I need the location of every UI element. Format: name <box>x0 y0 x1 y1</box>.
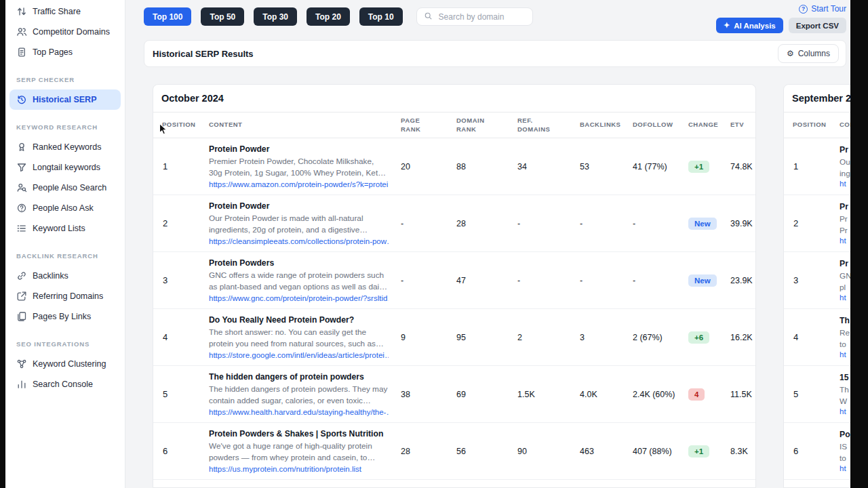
sidebar-item-keyword-lists[interactable]: Keyword Lists <box>9 218 121 239</box>
filter-top-50-button[interactable]: Top 50 <box>201 7 244 26</box>
sidebar-item-ranked-keywords[interactable]: Ranked Keywords <box>9 137 121 157</box>
position-cell: 3 <box>784 275 833 285</box>
page-rank-cell: 20 <box>394 162 450 171</box>
etv-cell: 23.9K <box>724 276 756 285</box>
sidebar-item-keyword-clustering[interactable]: Keyword Clustering <box>9 354 121 374</box>
result-url-link[interactable]: ht <box>840 350 850 359</box>
table-row[interactable]: 3 Pr GN pl ht <box>784 252 850 309</box>
filter-top-20-button[interactable]: Top 20 <box>307 7 350 26</box>
sidebar-item-label: Referring Domains <box>33 291 103 301</box>
table-row[interactable]: 1 Pr Ou ing ht <box>784 138 850 195</box>
result-description: Premier Protein Powder, Chocolate Milksh… <box>209 156 389 178</box>
table-column-headers: POSITION CONTENT PAGE RANK DOMAIN RANK R… <box>153 113 755 138</box>
result-url-link[interactable]: ht <box>840 464 850 472</box>
table-row[interactable]: 3 Protein Powders GNC offers a wide rang… <box>153 252 755 309</box>
result-url-link[interactable]: https://store.google.com/intl/en/ideas/a… <box>209 351 389 359</box>
result-url-link[interactable]: ht <box>840 407 850 415</box>
result-description: IS <box>840 441 850 452</box>
sidebar-item-backlinks[interactable]: Backlinks <box>9 266 121 286</box>
result-title: Pr <box>840 145 850 155</box>
table-row[interactable]: 5 The hidden dangers of protein powders … <box>153 366 755 423</box>
sidebar-item-people-also-search[interactable]: People Also Search <box>9 178 121 198</box>
sidebar-item-traffic-share[interactable]: Traffic Share <box>9 1 121 22</box>
change-badge: New <box>688 218 717 230</box>
content-cell: Protein Powders GNC offers a wide range … <box>202 258 394 302</box>
column-header-position[interactable]: POSITION <box>153 121 202 129</box>
table-row[interactable]: 2 Pr Pr Pr ht <box>784 195 850 252</box>
domain-search-box[interactable] <box>416 7 533 26</box>
result-url-link[interactable]: ht <box>840 180 850 188</box>
export-csv-button[interactable]: Export CSV <box>789 18 846 33</box>
table-row[interactable]: 5 15 Th W ht <box>784 366 850 423</box>
sidebar-item-top-pages[interactable]: Top Pages <box>9 42 121 62</box>
result-url-link[interactable]: ht <box>840 237 850 245</box>
sidebar-item-referring-domains[interactable]: Referring Domains <box>9 286 121 306</box>
column-header-content[interactable]: CONTENT <box>202 121 394 129</box>
column-header-etv[interactable]: ETV <box>724 121 756 129</box>
result-url-link[interactable]: https://www.amazon.com/protein-powder/s?… <box>209 180 389 188</box>
column-header-change[interactable]: CHANGE <box>682 121 724 129</box>
sidebar-item-competitor-domains[interactable]: Competitor Domains <box>9 22 121 42</box>
column-header-content[interactable]: CONTENT <box>833 121 850 129</box>
result-description: The short answer: no. You can easily get… <box>209 327 389 349</box>
sidebar-item-pages-by-links[interactable]: Pages By Links <box>9 306 121 327</box>
result-title: 15 <box>840 373 850 382</box>
table-row[interactable]: 1 Protein Powder Premier Protein Powder,… <box>153 138 755 195</box>
app-window: Traffic Share Competitor Domains Top Pag… <box>5 0 850 488</box>
result-url-link[interactable]: https://www.gnc.com/protein/protein-powd… <box>209 294 389 302</box>
sidebar-section-backlink-research: BACKLINK RESEARCH <box>9 252 121 260</box>
result-url-link[interactable]: ht <box>840 293 850 302</box>
toolbar-action-buttons: ✦ AI Analysis Export CSV <box>716 18 846 33</box>
result-url-link[interactable]: https://us.myprotein.com/nutrition/prote… <box>209 465 389 473</box>
top-toolbar: Top 100 Top 50 Top 30 Top 20 Top 10 ? St… <box>144 0 850 33</box>
table-row[interactable]: 4 Do You Really Need Protein Powder? The… <box>153 309 755 366</box>
column-header-backlinks[interactable]: BACKLINKS <box>573 121 626 129</box>
column-header-dofollow[interactable]: DOFOLLOW <box>626 121 682 129</box>
stacked-pages-icon <box>16 311 27 322</box>
columns-button[interactable]: ⚙ Columns <box>778 44 839 63</box>
table-row[interactable]: 6 Po IS to ht <box>784 423 850 480</box>
column-header-domain-rank[interactable]: DOMAIN RANK <box>450 117 489 134</box>
result-description: Re <box>840 327 850 338</box>
history-clock-icon <box>16 94 27 105</box>
table-row[interactable]: 4 Th Re to ht <box>784 309 850 366</box>
dofollow-cell: 41 (77%) <box>626 162 682 171</box>
sidebar-item-people-also-ask[interactable]: People Also Ask <box>9 198 121 218</box>
panel-header: Historical SERP Results ⚙ Columns <box>144 40 846 67</box>
list-icon <box>16 223 27 234</box>
result-url-link[interactable]: https://www.health.harvard.edu/staying-h… <box>209 408 389 416</box>
person-search-icon <box>16 182 27 193</box>
result-url-link[interactable]: https://cleansimpleeats.com/collections/… <box>209 237 389 245</box>
page-rank-cell: 38 <box>394 390 450 399</box>
sidebar-item-label: Keyword Clustering <box>33 359 106 369</box>
ai-analysis-button[interactable]: ✦ AI Analysis <box>716 18 783 33</box>
search-icon <box>424 11 433 23</box>
column-header-position[interactable]: POSITION <box>784 121 833 129</box>
position-cell: 3 <box>153 275 202 285</box>
etv-cell: 16.2K <box>724 333 756 342</box>
domain-search-input[interactable] <box>437 12 526 22</box>
position-cell: 5 <box>784 389 833 399</box>
sidebar-item-label: Top Pages <box>33 47 73 57</box>
filter-top-100-button[interactable]: Top 100 <box>144 7 191 26</box>
sidebar-item-historical-serp[interactable]: Historical SERP <box>9 89 121 110</box>
sidebar-item-longtail-keywords[interactable]: Longtail keywords <box>9 157 121 178</box>
table-row[interactable]: 2 Protein Powder Our Protein Powder is m… <box>153 195 755 252</box>
filter-top-30-button[interactable]: Top 30 <box>254 7 297 26</box>
table-row[interactable]: 6 Protein Powders & Shakes | Sports Nutr… <box>153 423 755 480</box>
result-title: Pr <box>840 202 850 211</box>
etv-cell: 39.9K <box>724 219 756 228</box>
backlinks-cell: 463 <box>573 447 626 456</box>
result-description: We've got a huge range of high-quality p… <box>209 441 389 463</box>
column-header-page-rank[interactable]: PAGE RANK <box>394 117 433 134</box>
ref-domains-cell: 2 <box>511 333 573 342</box>
backlinks-cell: 4.0K <box>573 390 626 399</box>
result-title: Protein Powder <box>209 144 389 154</box>
start-tour-link[interactable]: ? Start Tour <box>799 4 846 14</box>
content-cell: Po IS to ht <box>833 430 850 473</box>
content-cell: Protein Powder Our Protein Powder is mad… <box>202 201 394 245</box>
column-header-ref-domains[interactable]: REF. DOMAINS <box>511 117 550 134</box>
result-description: Th <box>840 384 850 395</box>
sidebar-item-search-console[interactable]: Search Console <box>9 374 121 394</box>
filter-top-10-button[interactable]: Top 10 <box>359 7 403 26</box>
